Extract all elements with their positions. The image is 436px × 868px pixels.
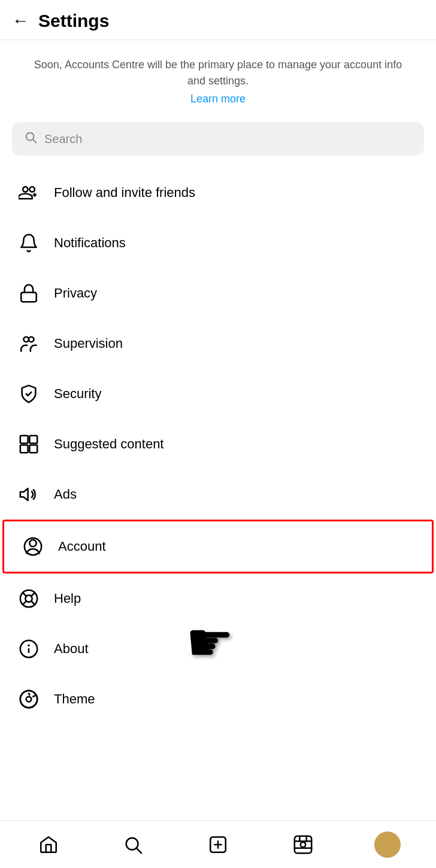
theme-icon (17, 687, 41, 711)
svg-rect-5 (20, 436, 28, 444)
ads-icon (17, 482, 41, 506)
learn-more-link[interactable]: Learn more (24, 93, 412, 105)
accounts-centre-banner: Soon, Accounts Centre will be the primar… (0, 40, 436, 111)
about-label: About (54, 641, 89, 657)
svg-rect-7 (20, 445, 28, 453)
search-icon (24, 130, 37, 147)
menu-item-suggested[interactable]: Suggested content (0, 419, 436, 469)
banner-text: Soon, Accounts Centre will be the primar… (34, 59, 402, 87)
svg-point-24 (26, 697, 32, 702)
search-input[interactable]: Search (12, 122, 424, 156)
svg-rect-32 (294, 836, 311, 852)
help-icon (17, 587, 41, 611)
page-title: Settings (38, 11, 109, 31)
bottom-navigation (0, 820, 436, 868)
menu-item-notifications[interactable]: Notifications (0, 218, 436, 268)
svg-line-28 (137, 848, 142, 853)
svg-line-19 (23, 601, 26, 605)
menu-item-security[interactable]: Security (0, 369, 436, 419)
menu-item-account[interactable]: Account (2, 520, 434, 573)
follow-label: Follow and invite friends (54, 185, 195, 201)
svg-line-25 (29, 693, 29, 695)
svg-line-16 (23, 593, 26, 596)
back-button[interactable]: ← (12, 11, 29, 31)
search-section: Search (0, 111, 436, 162)
nav-reels[interactable] (285, 827, 321, 863)
svg-line-18 (31, 593, 35, 596)
lock-icon (17, 281, 41, 305)
menu-item-theme[interactable]: Theme (0, 674, 436, 724)
svg-line-1 (33, 139, 36, 142)
supervision-icon (17, 332, 41, 356)
about-icon (17, 637, 41, 661)
svg-point-12 (29, 540, 36, 547)
menu-item-ads[interactable]: Ads (0, 469, 436, 520)
header: ← Settings (0, 0, 436, 40)
settings-menu: Follow and invite friends Notifications … (0, 162, 436, 730)
svg-line-17 (31, 601, 35, 605)
svg-rect-8 (29, 445, 37, 453)
search-placeholder-text: Search (44, 132, 82, 146)
shield-icon (17, 382, 41, 406)
nav-profile[interactable] (370, 827, 405, 863)
nav-search[interactable] (115, 827, 151, 863)
menu-item-privacy[interactable]: Privacy (0, 268, 436, 318)
ads-label: Ads (54, 487, 77, 502)
nav-home[interactable] (31, 827, 66, 863)
suggested-label: Suggested content (54, 436, 164, 452)
account-label: Account (58, 539, 106, 554)
help-label: Help (54, 591, 81, 606)
profile-avatar (374, 831, 401, 858)
menu-item-follow[interactable]: Follow and invite friends (0, 168, 436, 218)
security-label: Security (54, 386, 101, 402)
menu-item-help[interactable]: Help (0, 573, 436, 624)
menu-item-about[interactable]: About (0, 624, 436, 674)
svg-marker-10 (20, 488, 28, 500)
supervision-label: Supervision (54, 336, 123, 351)
bell-icon (17, 231, 41, 255)
follow-icon (17, 181, 41, 205)
menu-item-supervision[interactable]: Supervision (0, 318, 436, 369)
nav-add[interactable] (200, 827, 236, 863)
svg-point-3 (24, 337, 29, 342)
svg-rect-6 (29, 436, 37, 444)
svg-point-4 (29, 337, 34, 342)
suggested-icon (17, 432, 41, 456)
svg-point-33 (300, 842, 305, 847)
notifications-label: Notifications (54, 235, 126, 251)
svg-line-26 (33, 696, 35, 696)
privacy-label: Privacy (54, 286, 97, 301)
svg-rect-2 (21, 293, 37, 302)
theme-label: Theme (54, 691, 95, 707)
account-icon (21, 535, 45, 559)
